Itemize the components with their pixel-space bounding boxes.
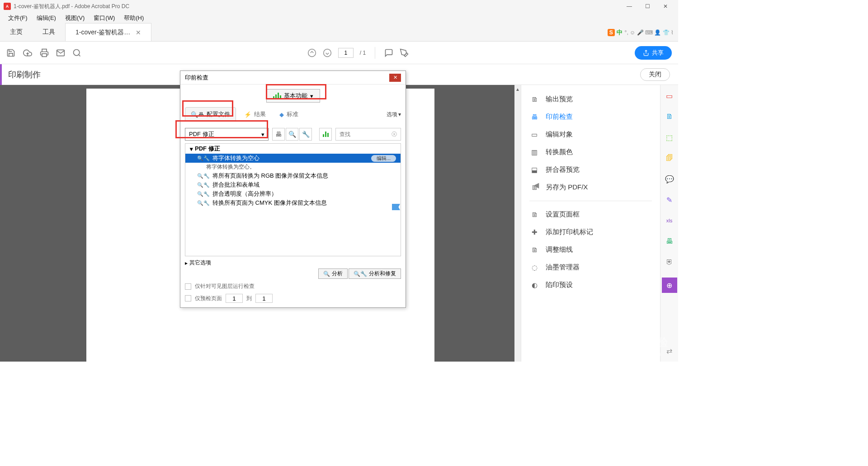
list-group-header[interactable]: ▾ PDF 修正 — [185, 144, 401, 154]
vertical-scrollbar[interactable]: ▲ — [514, 85, 521, 362]
profile-item-flatten-transparency[interactable]: 🔍🔧拼合透明度（高分辨率） — [185, 189, 401, 198]
window-minimize-button[interactable]: — — [620, 1, 638, 12]
menu-window[interactable]: 窗口(W) — [89, 13, 119, 23]
tab-results[interactable]: ⚡ 结果 — [239, 108, 271, 121]
strip-xls-icon[interactable]: xls — [664, 215, 675, 226]
tool-wrench-icon[interactable]: 🔧 — [299, 128, 312, 141]
sign-icon[interactable] — [400, 48, 409, 57]
bar-chart-icon — [323, 132, 329, 137]
window-maximize-button[interactable]: ☐ — [638, 1, 656, 12]
page-to-input[interactable] — [255, 294, 273, 303]
side-label-preflight: 印前检查 — [546, 113, 573, 121]
menu-bar: 文件(F) 编辑(E) 视图(V) 窗口(W) 帮助(H) — [0, 13, 678, 24]
magnifier-icon: 🔍 — [323, 271, 330, 277]
page-number-input[interactable] — [338, 48, 354, 58]
tab-home[interactable]: 主页 — [0, 23, 33, 41]
menu-file[interactable]: 文件(F) — [4, 13, 32, 23]
side-item-hairlines[interactable]: 🗎调整细线 — [521, 241, 660, 259]
strip-expand-icon[interactable]: ⇄ — [664, 345, 675, 356]
scrollbar-up-icon[interactable]: ▲ — [514, 85, 521, 93]
strip-more-icon[interactable]: ⊕ — [662, 278, 677, 293]
side-label-convert-colors: 转换颜色 — [546, 148, 573, 156]
side-label-save-pdfx: 另存为 PDF/X — [546, 183, 588, 192]
share-button[interactable]: 共享 — [635, 46, 672, 60]
clear-search-icon[interactable]: ⓧ — [392, 131, 397, 138]
strip-crop-icon[interactable]: ⬚ — [664, 132, 675, 143]
email-icon[interactable] — [56, 48, 65, 57]
side-label-ink-manager: 油墨管理器 — [546, 263, 580, 272]
page-down-icon[interactable] — [323, 48, 332, 57]
page-range-checkbox[interactable] — [185, 295, 191, 301]
section-close-button[interactable]: 关闭 — [640, 68, 670, 81]
side-item-edit-object[interactable]: ▭编辑对象 — [521, 126, 660, 143]
search-input[interactable] — [340, 131, 392, 137]
options-dropdown[interactable]: 选项 ▾ — [387, 111, 401, 118]
tab-standards[interactable]: ◆ 标准 — [274, 108, 304, 121]
profile-item-convert-fonts-outline[interactable]: 🔍🔧 将字体转换为空心 编辑... — [185, 154, 401, 163]
strip-note-icon[interactable]: 🗐 — [664, 153, 675, 164]
analyze-button[interactable]: 🔍分析 — [318, 268, 348, 279]
side-expand-icon[interactable]: ◀ — [533, 181, 539, 189]
profile-item-cmyk[interactable]: 🔍🔧转换所有页面为 CMYK 图像并保留文本信息 — [185, 198, 401, 207]
side-label-flattener-preview: 拼合器预览 — [546, 165, 580, 174]
dialog-title: 印前检查 — [185, 74, 208, 82]
tab-close-icon[interactable]: ✕ — [136, 29, 141, 36]
visible-layers-checkbox[interactable] — [185, 283, 191, 290]
side-item-trap-presets[interactable]: ◐陷印预设 — [521, 276, 660, 294]
strip-print-icon[interactable]: 🖶 — [664, 236, 675, 247]
strip-shield-icon[interactable]: ⛨ — [664, 257, 675, 268]
strip-export-icon[interactable]: 🗎 — [664, 111, 675, 122]
tool-printer-icon[interactable]: 🖶 — [272, 128, 285, 141]
tab-document[interactable]: 1-cover-鉴智机器… ✕ — [65, 23, 151, 41]
basic-features-button[interactable]: 基本功能 ▾ — [266, 89, 320, 103]
save-icon[interactable] — [6, 48, 15, 57]
flattener-icon: ⬓ — [529, 166, 539, 174]
menu-view[interactable]: 视图(V) — [61, 13, 89, 23]
right-icon-strip: ▭ 🗎 ⬚ 🗐 💬 ✎ xls 🖶 ⛨ ⊕ ⇄ — [660, 85, 678, 362]
side-item-ink-manager[interactable]: ◌油墨管理器 — [521, 259, 660, 276]
profile-item-description: 将字体转换为空心。 — [185, 163, 401, 171]
side-item-save-pdfx[interactable]: 🗎另存为 PDF/X — [521, 179, 660, 196]
strip-comment-icon[interactable]: 💬 — [664, 174, 675, 184]
side-item-output-preview[interactable]: 🗎输出预览 — [521, 90, 660, 108]
title-app: Adobe Acrobat Pro DC — [75, 3, 129, 9]
tab-tools[interactable]: 工具 — [33, 23, 65, 41]
page-up-icon[interactable] — [307, 48, 316, 57]
tool-search-icon[interactable]: 🔍 — [286, 128, 298, 141]
category-dropdown[interactable]: PDF 修正 ▾ — [185, 128, 269, 141]
side-item-preflight[interactable]: 🖶印前检查 — [521, 108, 660, 126]
tab-standards-label: 标准 — [287, 110, 298, 118]
cloud-icon[interactable] — [23, 48, 33, 57]
page-out-icon: 🗎 — [529, 95, 539, 103]
strip-sign-icon[interactable]: ✎ — [664, 194, 675, 205]
tab-profiles[interactable]: 🔍🖶 配置文件 — [185, 107, 236, 122]
printer-check-icon: 🖶 — [529, 113, 539, 121]
print-icon[interactable] — [40, 48, 49, 57]
ime-indicator: S 中 °, ☺ 🎤 ⌨ 👤 👕 ⌇ — [608, 28, 674, 37]
section-accent-bar — [0, 64, 2, 85]
dialog-close-button[interactable]: ✕ — [389, 74, 401, 82]
profile-item-flatten-annotations[interactable]: 🔍🔧拼合批注和表单域 — [185, 180, 401, 189]
share-label: 共享 — [652, 49, 664, 57]
side-label-output-preview: 输出预览 — [546, 95, 573, 104]
side-item-page-boxes[interactable]: 🗎设置页面框 — [521, 206, 660, 223]
side-item-convert-colors[interactable]: ▥转换颜色 — [521, 143, 660, 161]
search-wrench-icon: 🔍🔧 — [197, 182, 210, 188]
edit-profile-button[interactable]: 编辑... — [371, 155, 396, 162]
search-icon[interactable] — [72, 48, 81, 57]
side-item-printer-marks[interactable]: ✚添加打印机标记 — [521, 223, 660, 241]
window-close-button[interactable]: ✕ — [656, 1, 675, 12]
profile-item-rgb[interactable]: 🔍🔧将所有页面转换为 RGB 图像并保留文本信息 — [185, 171, 401, 180]
tool-chart-icon[interactable] — [319, 128, 332, 141]
side-item-flattener-preview[interactable]: ⬓拼合器预览 — [521, 161, 660, 179]
page-from-input[interactable] — [226, 294, 243, 303]
other-options-toggle[interactable]: ▸ 其它选项 — [180, 256, 406, 267]
profiles-list: ▾ PDF 修正 🔍🔧 将字体转换为空心 编辑... 将字体转换为空心。 🔍🔧将… — [185, 143, 401, 256]
menu-edit[interactable]: 编辑(E) — [32, 13, 61, 23]
analyze-fix-button[interactable]: 🔍🔧分析和修复 — [349, 268, 401, 279]
menu-help[interactable]: 帮助(H) — [119, 13, 148, 23]
strip-layout-icon[interactable]: ▭ — [664, 90, 675, 101]
comment-icon[interactable] — [384, 48, 393, 57]
visible-layers-checkbox-row: 仅针对可见图层运行检查 — [185, 282, 401, 290]
bar-chart-icon — [273, 93, 281, 99]
